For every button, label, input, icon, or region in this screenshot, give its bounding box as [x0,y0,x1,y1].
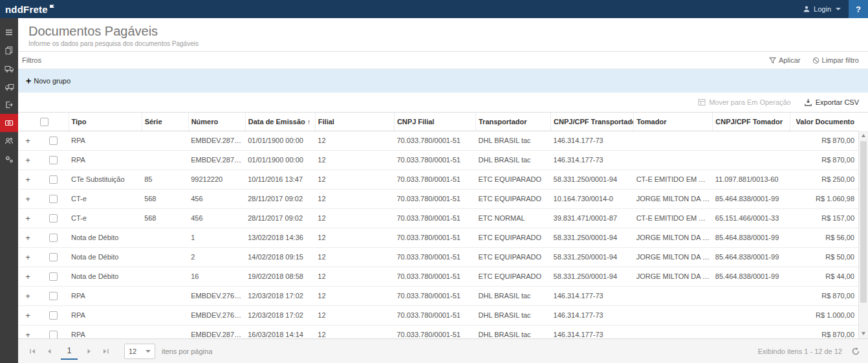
row-checkbox[interactable] [49,253,58,261]
cell-cnpj-tomador [713,305,790,325]
login-button[interactable]: Login [795,0,849,18]
page-size-select[interactable]: 12 [124,344,155,359]
sidebar-item-payables[interactable] [0,114,18,132]
expand-row-button[interactable]: + [24,155,32,165]
select-all-checkbox[interactable] [40,118,49,126]
user-icon [803,5,810,13]
refresh-icon [851,347,860,356]
cell-transportador: DHL BRASIL tac [476,131,551,150]
scrollbar-track[interactable] [859,303,868,329]
column-header-tomador[interactable]: Tomador [634,113,713,131]
new-group-button[interactable]: + Novo grupo [26,76,71,85]
login-label: Login [814,5,831,13]
select-all-header[interactable] [38,113,69,131]
row-checkbox[interactable] [49,272,58,281]
vertical-scrollbar[interactable] [858,131,868,338]
row-checkbox[interactable] [49,175,58,184]
column-header-transportador[interactable]: Transportador [476,113,551,131]
page-subtitle: Informe os dados para pesquisa dos docum… [28,40,858,47]
sidebar-item-export[interactable] [0,96,18,114]
expand-row-button[interactable]: + [24,272,32,281]
app-logo[interactable]: nddFrete [5,4,55,15]
cell-filial: 12 [315,208,394,228]
clear-filter-button[interactable]: Limpar filtro [812,56,859,64]
expand-row-button[interactable]: + [24,233,32,243]
sidebar-item-settings[interactable] [0,150,18,168]
move-to-operation-button[interactable]: Mover para Em Operação [698,98,791,106]
fleet-truck-icon [5,82,14,91]
cell-tomador: JORGE MILTON DA SILVEIRA [634,247,713,267]
expand-row-button[interactable]: + [24,311,32,320]
scroll-up-button[interactable] [859,131,868,140]
row-checkbox[interactable] [49,214,58,223]
sidebar [0,18,18,363]
cell-cnpj-tomador: 11.097.881/0013-60 [713,170,790,189]
column-label: Tomador [636,118,666,126]
expand-row-button[interactable]: + [24,330,32,339]
sidebar-item-truck[interactable] [0,60,18,78]
column-header-valor[interactable]: Valor Documento [790,113,858,131]
export-csv-button[interactable]: Exportar CSV [804,98,859,107]
cell-cnpj-transportador: 58.331.250/0001-94 [551,170,634,189]
row-checkbox[interactable] [49,234,58,242]
column-header-cnpj-filial[interactable]: CNPJ Filial [394,113,475,131]
expand-cell: + [18,170,38,189]
cell-data-emissao: 01/01/1900 00:00 [245,131,315,150]
cell-filial: 12 [315,267,394,286]
column-header-filial[interactable]: Filial [315,113,394,131]
plus-icon: + [26,76,31,85]
cancel-circle-icon [812,57,819,64]
cell-tipo: RPA [69,325,142,338]
page-number-button[interactable]: 1 [61,343,78,360]
row-checkbox[interactable] [49,311,58,320]
column-header-data-emissao[interactable]: Data de Emissão ↑ [245,113,315,131]
refresh-button[interactable] [851,347,860,356]
cell-cnpj-transportador: 58.331.250/0001-94 [551,267,634,286]
cell-tipo: RPA [69,150,142,170]
scroll-down-button[interactable] [859,329,868,338]
column-header-cnpj-transportador[interactable]: CNPJ/CPF Transportador [551,113,634,131]
column-header-tipo[interactable]: Tipo [69,113,142,131]
column-header-cnpj-tomador[interactable]: CNPJ/CPF Tomador [713,113,790,131]
column-header-serie[interactable]: Série [142,113,188,131]
row-checkbox[interactable] [49,195,58,203]
table-row: +Nota de Débito214/02/2018 09:151270.033… [18,247,858,267]
expand-cell: + [18,267,38,286]
row-checkbox[interactable] [49,292,58,300]
cell-tipo: CT-e [69,189,142,208]
sidebar-item-users[interactable] [0,132,18,150]
expand-row-button[interactable]: + [24,175,32,184]
expand-row-button[interactable]: + [24,214,32,223]
cell-filial: 12 [315,247,394,267]
expand-row-button[interactable]: + [24,291,32,301]
expand-row-button[interactable]: + [24,252,32,262]
row-checkbox[interactable] [49,156,58,164]
first-page-button[interactable] [25,344,40,359]
cell-transportador: ETC NORMAL [476,208,551,228]
table-row: +RPAEMBDEV.27600-C0112/03/2018 17:021270… [18,305,858,325]
expand-row-button[interactable]: + [24,194,32,204]
topbar: nddFrete Login ? [0,0,868,18]
cell-cnpj-transportador: 146.314.177-73 [551,325,634,338]
row-checkbox[interactable] [49,137,58,145]
checkbox-cell [38,131,69,150]
row-checkbox[interactable] [49,331,58,338]
next-page-button[interactable] [81,344,97,359]
help-button[interactable]: ? [849,0,868,18]
table-row: +RPAEMBDEV.28767-P0101/01/1900 00:001270… [18,150,858,170]
sidebar-item-documents[interactable] [0,41,18,60]
cell-valor: R$ 870,00 [790,150,858,170]
prev-page-button[interactable] [41,344,57,359]
cell-filial: 12 [315,228,394,247]
apply-filter-button[interactable]: Aplicar [769,56,801,64]
column-header-numero[interactable]: Número [188,113,245,131]
last-page-button[interactable] [98,344,114,359]
cell-numero: EMBDEV.27600-P01 [188,286,245,305]
sidebar-item-fleet[interactable] [0,78,18,96]
prev-page-icon [45,347,53,355]
cell-serie [142,286,188,305]
cell-tipo: Nota de Débito [69,267,142,286]
expand-row-button[interactable]: + [24,136,32,146]
sidebar-item-menu[interactable] [0,23,18,41]
scrollbar-thumb[interactable] [860,141,867,303]
